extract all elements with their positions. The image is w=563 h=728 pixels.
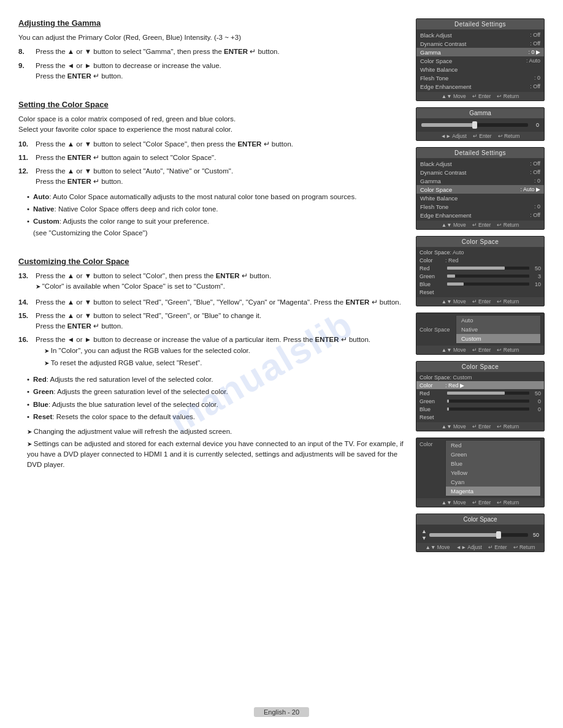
panel-colorspace-slider: Color Space ▲ ▼ 50 <box>416 514 545 552</box>
step-12-num: 12. <box>18 166 32 188</box>
cs-option-custom: Custom <box>456 334 540 343</box>
cs-menu-row-colorspace: Color Space : Auto ▶ <box>416 185 544 194</box>
customize-steps: 13. Press the ▲ or ▼ button to select "C… <box>18 271 405 370</box>
panel-colorspace-custom: Color Space Color Space : Custom Color :… <box>416 361 545 431</box>
menu-row-black-adjust: Black Adjust : Off <box>416 31 544 39</box>
footer-enter: ↵ Enter <box>473 133 492 139</box>
panel-gamma-slider-title: Gamma <box>416 108 544 118</box>
section-desc-colorspace: Color space is a color matrix composed o… <box>18 114 405 135</box>
panel-color-dropdown: Color Red Green Blue Yellow Cyan Magenta… <box>416 438 545 507</box>
step-10-body: Press the ▲ or ▼ button to select "Color… <box>36 139 405 150</box>
footer-enter: ↵ Enter <box>472 93 491 99</box>
cs-row-color: Color : Red <box>416 256 544 264</box>
panel-colorspace-slider-body: ▲ ▼ 50 <box>416 525 544 543</box>
step-13-note: "Color" is available when "Color Space" … <box>36 281 225 292</box>
gamma-slider-track <box>421 123 528 127</box>
gamma-slider-thumb <box>472 121 477 129</box>
step-13-body: Press the ▲ or ▼ button to select "Color… <box>36 271 405 294</box>
step-15: 15. Press the ▲ or ▼ button to select "R… <box>18 311 405 332</box>
section-customize-colorspace: Customizing the Color Space 13. Press th… <box>18 257 405 471</box>
bullet-reset: Reset: Resets the color space to the def… <box>33 411 405 422</box>
bullet-native: Native: Native Color Space offers deep a… <box>33 203 405 214</box>
bullet-red: Red: Adjusts the red saturation level of… <box>33 374 405 385</box>
cs-dropdown: Auto Native Custom <box>456 315 541 344</box>
step-16: 16. Press the ◄ or ► button to decrease … <box>18 335 405 370</box>
colorspace-bullets: Auto: Auto Color Space automatically adj… <box>27 191 405 239</box>
color-option-cyan: Cyan <box>446 477 540 487</box>
cs-row-space: Color Space : Auto <box>416 248 544 256</box>
step-15-num: 15. <box>18 311 32 332</box>
csc-row-reset: Reset <box>416 413 544 421</box>
color-dropdown-wrap: Color Red Green Blue Yellow Cyan Magenta <box>416 438 544 498</box>
customize-note2: Settings can be adjusted and stored for … <box>27 439 405 471</box>
gamma-steps: 8. Press the ▲ or ▼ button to select "Ga… <box>18 47 405 82</box>
footer-return: ↩ Return <box>497 93 519 99</box>
left-column: Adjusting the Gamma You can adjust the P… <box>18 18 405 710</box>
menu-row-dynamic-contrast: Dynamic Contrast : Off <box>416 39 544 48</box>
colorspace-bars-menu: Color Space : Auto Color : Red Red 50 Gr… <box>416 247 544 297</box>
cs-slider-fill <box>429 533 499 537</box>
section-desc-gamma: You can adjust the Primary Color (Red, G… <box>18 32 405 43</box>
page: Adjusting the Gamma You can adjust the P… <box>0 0 563 728</box>
csc-row-space: Color Space : Custom <box>416 373 544 381</box>
cs-row-red: Red 50 <box>416 264 544 272</box>
step-8: 8. Press the ▲ or ▼ button to select "Ga… <box>18 47 405 57</box>
color-option-red: Red <box>446 441 540 450</box>
csc-row-red: Red 50 <box>416 389 544 397</box>
panel-colorspace-slider-title: Color Space <box>416 514 544 525</box>
step-13-num: 13. <box>18 271 32 294</box>
step-9-num: 9. <box>18 61 32 82</box>
cs-menu-row-gamma: Gamma : 0 <box>416 176 544 185</box>
menu-row-colorspace: Color Space : Auto <box>416 56 544 65</box>
footer-adjust: ◄► Adjust <box>441 133 467 139</box>
section-color-space: Setting the Color Space Color space is a… <box>18 100 405 238</box>
panel-colorspace-detailed: Detailed Settings Black Adjust : Off Dyn… <box>416 147 545 230</box>
color-dropdown-label: Color <box>419 440 443 447</box>
color-option-blue: Blue <box>446 459 540 468</box>
footer-move: ▲▼ Move <box>442 93 466 99</box>
cs-menu-row-flesh: Flesh Tone : 0 <box>416 202 544 211</box>
step-15-body: Press the ▲ or ▼ button to select "Red",… <box>36 311 405 332</box>
step-8-num: 8. <box>18 47 32 57</box>
step-10-num: 10. <box>18 139 32 150</box>
cs-menu-row-dynamic: Dynamic Contrast : Off <box>416 168 544 176</box>
panel-colorspace-bars-footer: ▲▼ Move ↵ Enter ↩ Return <box>416 297 544 306</box>
csc-row-green: Green 0 <box>416 397 544 405</box>
section-title-customize: Customizing the Color Space <box>18 257 405 266</box>
step-16-body: Press the ◄ or ► button to decrease or i… <box>36 335 405 370</box>
panel-gamma-detailed-title: Detailed Settings <box>416 19 544 29</box>
panel-colorspace-slider-footer: ▲▼ Move ◄► Adjust ↵ Enter ↩ Return <box>416 543 544 552</box>
step-13: 13. Press the ▲ or ▼ button to select "C… <box>18 271 405 294</box>
menu-row-gamma: Gamma : 0 ▶ <box>416 48 544 56</box>
bullet-blue: Blue: Adjusts the blue saturation level … <box>33 399 405 410</box>
cs-menu-row-white: White Balance <box>416 194 544 202</box>
step-10: 10. Press the ▲ or ▼ button to select "C… <box>18 139 405 150</box>
cs-slider-thumb <box>496 531 501 539</box>
menu-row-fleshtone: Flesh Tone : 0 <box>416 74 544 82</box>
csc-row-blue: Blue 0 <box>416 405 544 413</box>
step-9-body: Press the ◄ or ► button to decrease or i… <box>36 61 405 82</box>
cs-option-auto: Auto <box>456 316 540 325</box>
color-dropdown: Red Green Blue Yellow Cyan Magenta <box>445 440 541 496</box>
panel-gamma-menu: Black Adjust : Off Dynamic Contrast : Of… <box>416 29 544 92</box>
cs-option-native: Native <box>456 325 540 334</box>
colorspace-custom-menu: Color Space : Custom Color : Red ▶ Red 5… <box>416 372 544 422</box>
panel-gamma-slider: Gamma 0 ◄► Adjust ↵ Enter ↩ Return <box>416 107 545 141</box>
step-16-note1: In "Color", you can adjust the RGB value… <box>44 346 405 356</box>
step-11-body: Press the ENTER ↵ button again to select… <box>36 153 405 163</box>
panel-colorspace-detailed-footer: ▲▼ Move ↵ Enter ↩ Return <box>416 221 544 229</box>
footer-return: ↩ Return <box>498 133 520 139</box>
panel-gamma-detailed: Detailed Settings Black Adjust : Off Dyn… <box>416 18 545 101</box>
bullet-green: Green: Adjusts the green saturation leve… <box>33 386 405 397</box>
cs-slider-track <box>429 533 528 537</box>
section-title-gamma: Adjusting the Gamma <box>18 18 405 28</box>
page-footer: English - 20 <box>254 707 309 717</box>
panel-colorspace-bars: Color Space Color Space : Auto Color : R… <box>416 236 545 306</box>
panel-gamma-detailed-footer: ▲▼ Move ↵ Enter ↩ Return <box>416 92 544 100</box>
color-option-yellow: Yellow <box>446 468 540 477</box>
cs-dropdown-label: Color Space <box>419 327 453 333</box>
section-adjusting-gamma: Adjusting the Gamma You can adjust the P… <box>18 18 405 82</box>
panel-cs-dropdown-footer: ▲▼ Move ↵ Enter ↩ Return <box>416 346 544 354</box>
step-14-num: 14. <box>18 297 32 308</box>
step-16-note2: To reset the adjusted RGB value, select … <box>44 358 405 368</box>
